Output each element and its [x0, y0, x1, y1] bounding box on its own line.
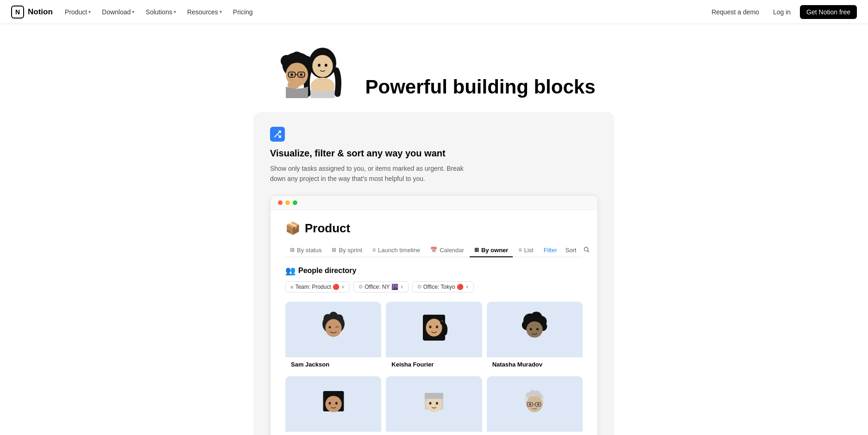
tab-calendar[interactable]: 📅 Calendar [426, 244, 469, 257]
nav-left: N Notion Product ▾ Download ▾ Solutions … [11, 6, 258, 19]
filter-tag-office-ny[interactable]: ⊙ Office: NY 🌆 ∨ [353, 281, 409, 292]
gallery-card-5[interactable] [386, 376, 482, 435]
tab-by-sprint-label: By sprint [339, 247, 362, 254]
svg-point-18 [303, 80, 305, 81]
gallery-card-6-name [487, 432, 583, 435]
svg-point-59 [527, 396, 543, 412]
people-emoji: 👥 [285, 266, 296, 276]
sort-button[interactable]: Sort [562, 244, 580, 256]
nav-item-pricing[interactable]: Pricing [228, 6, 258, 19]
feature-icon-container [270, 127, 598, 142]
list-icon: ≡ [372, 247, 376, 253]
gallery-card-keisha-img [386, 302, 482, 357]
nav-resources-label: Resources [187, 8, 218, 16]
tab-by-status[interactable]: ⊞ By status [285, 244, 326, 257]
request-demo-link[interactable]: Request a demo [707, 6, 764, 19]
filter-tag-team-product[interactable]: ≡ Team: Product 🔴 ∨ [285, 281, 350, 292]
svg-point-51 [429, 402, 432, 404]
svg-point-30 [328, 332, 329, 333]
nav-right: Request a demo Log in Get Notion free [707, 5, 857, 19]
gallery-card-sam[interactable]: Sam Jackson [285, 302, 381, 372]
tab-launch-timeline-label: Launch timeline [378, 247, 420, 254]
filter-tag-team-label: Team: Product 🔴 [295, 284, 340, 290]
people-directory-header: 👥 People directory [285, 266, 583, 276]
svg-point-29 [328, 326, 331, 329]
gallery-card-keisha[interactable]: Keisha Fourier [386, 302, 482, 372]
gallery-card-6[interactable] [487, 376, 583, 435]
gallery-card-sam-name: Sam Jackson [285, 357, 381, 372]
gallery-grid: Sam Jackson [285, 302, 583, 435]
svg-point-28 [325, 319, 341, 336]
navbar: N Notion Product ▾ Download ▾ Solutions … [0, 0, 868, 24]
tab-by-owner[interactable]: ⊞ By owner [470, 244, 513, 257]
people-directory-title: People directory [298, 267, 356, 275]
filter-tags-container: ≡ Team: Product 🔴 ∨ ⊙ Office: NY 🌆 ∨ ⊙ O… [285, 281, 583, 292]
calendar-icon: 📅 [430, 247, 437, 253]
svg-point-15 [289, 78, 291, 80]
logo-text: Notion [28, 7, 53, 17]
tab-launch-timeline[interactable]: ≡ Launch timeline [368, 244, 425, 257]
svg-point-52 [436, 402, 438, 404]
svg-point-13 [291, 73, 294, 76]
tab-calendar-label: Calendar [440, 247, 464, 254]
grid-icon: ⊞ [290, 247, 295, 253]
chevron-down-icon: ∨ [341, 284, 345, 289]
logo-link[interactable]: N Notion [11, 6, 53, 19]
list-icon: ≡ [518, 247, 522, 253]
get-notion-free-button[interactable]: Get Notion free [800, 5, 857, 19]
feature-title: Visualize, filter & sort any way you wan… [270, 148, 598, 159]
hero-title: Powerful building blocks [365, 76, 595, 98]
svg-point-64 [537, 404, 539, 405]
browser-dot-maximize [293, 200, 297, 205]
chevron-down-icon: ▾ [220, 9, 222, 14]
gallery-card-natasha-name: Natasha Muradov [487, 357, 583, 372]
gallery-card-4[interactable] [285, 376, 381, 435]
tab-by-sprint[interactable]: ⊞ By sprint [327, 244, 367, 257]
svg-point-33 [426, 319, 442, 336]
nav-item-download[interactable]: Download ▾ [97, 6, 139, 19]
filter-tag-tokyo-label: Office: Tokyo 🔴 [423, 284, 464, 290]
search-icon [583, 246, 590, 253]
svg-point-22 [585, 247, 588, 251]
svg-point-31 [337, 332, 339, 333]
gallery-card-natasha[interactable]: Natasha Muradov [487, 302, 583, 372]
feature-card: Visualize, filter & sort any way you wan… [253, 112, 615, 435]
svg-point-14 [300, 73, 303, 76]
filter-button[interactable]: Filter [540, 244, 561, 256]
grid-icon: ⊞ [474, 247, 479, 253]
product-emoji: 📦 [285, 221, 300, 236]
svg-point-44 [536, 328, 539, 330]
chevron-down-icon: ∨ [400, 284, 403, 289]
nav-item-solutions[interactable]: Solutions ▾ [141, 6, 181, 19]
svg-point-63 [529, 404, 531, 405]
chevron-down-icon: ▾ [88, 9, 91, 14]
filter-tag-office-tokyo[interactable]: ⊙ Office: Tokyo 🔴 ∨ [412, 281, 474, 292]
nav-item-product[interactable]: Product ▾ [60, 6, 95, 19]
hero-illustration [272, 43, 356, 98]
tab-list-label: List [524, 247, 533, 254]
gallery-card-6-img [487, 376, 583, 432]
login-link[interactable]: Log in [768, 6, 795, 19]
tab-by-status-label: By status [297, 247, 321, 254]
browser-dot-close [278, 200, 283, 205]
svg-point-35 [429, 325, 432, 328]
svg-rect-53 [425, 393, 443, 399]
tab-list[interactable]: ≡ List [514, 244, 538, 257]
main-content: Powerful building blocks Visualize, filt… [0, 24, 868, 435]
svg-point-43 [530, 328, 532, 330]
nav-item-resources[interactable]: Resources ▾ [182, 6, 226, 19]
product-name: Product [305, 221, 350, 236]
view-tabs: ⊞ By status ⊞ By sprint ≡ Launch timelin… [285, 244, 583, 257]
logo-icon: N [11, 6, 24, 19]
list-icon: ≡ [290, 284, 293, 290]
svg-point-48 [335, 402, 338, 404]
search-button[interactable] [581, 244, 592, 257]
chevron-down-icon: ∨ [465, 284, 469, 289]
browser-bar [270, 196, 598, 210]
gallery-card-4-name [285, 432, 381, 435]
nav-product-label: Product [65, 8, 87, 16]
product-header: 📦 Product [285, 221, 583, 236]
circle-icon: ⊙ [359, 284, 363, 290]
hero-svg [272, 43, 356, 98]
grid-icon: ⊞ [332, 247, 336, 253]
